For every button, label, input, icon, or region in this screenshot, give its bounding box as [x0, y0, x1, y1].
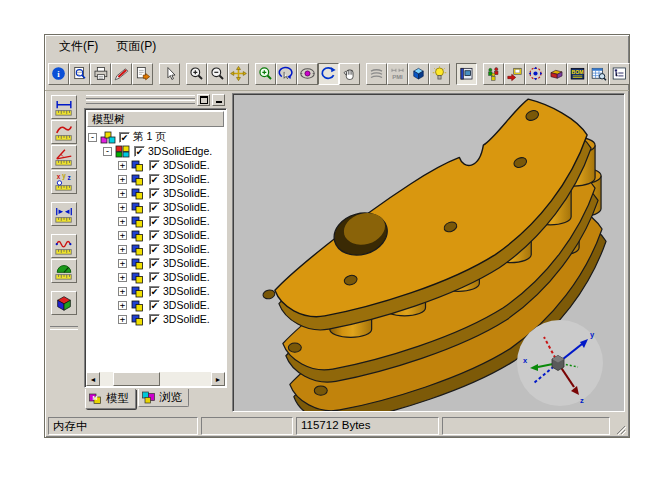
collaboration-button[interactable] — [483, 63, 504, 85]
tree-item-checkbox[interactable]: ✔ — [149, 230, 160, 241]
tree-row[interactable]: + ✔ 3DSolidE. — [88, 256, 225, 270]
zoom-window-button[interactable] — [255, 63, 276, 85]
measure-length-icon — [53, 97, 75, 117]
tree-expander[interactable]: - — [88, 133, 97, 142]
pmi-button[interactable]: PMI — [387, 63, 408, 85]
tree-expander[interactable]: + — [118, 273, 127, 282]
tree-expander[interactable]: + — [118, 203, 127, 212]
tree-row[interactable]: + ✔ 3DSolidE. — [88, 186, 225, 200]
tree-item-checkbox[interactable]: ✔ — [149, 272, 160, 283]
tree-item-checkbox[interactable]: ✔ — [149, 300, 160, 311]
tree-item-checkbox[interactable]: ✔ — [149, 202, 160, 213]
tree-expander[interactable]: + — [118, 175, 127, 184]
menu-file[interactable]: 文件(F) — [55, 36, 102, 57]
tree-item-checkbox[interactable]: ✔ — [149, 258, 160, 269]
resize-grip[interactable] — [613, 417, 626, 435]
tree-row[interactable]: - ✔ 第 1 页 — [88, 130, 225, 144]
structure-tree-button[interactable] — [609, 63, 630, 85]
scroll-track[interactable] — [100, 372, 211, 386]
pan-button[interactable] — [228, 63, 249, 85]
tree-expander[interactable]: + — [118, 245, 127, 254]
scroll-left-arrow[interactable]: ◄ — [86, 372, 100, 386]
scroll-right-arrow[interactable]: ► — [211, 372, 225, 386]
tree-expander[interactable]: - — [103, 147, 112, 156]
notebook-button[interactable] — [456, 63, 477, 85]
tab-browse[interactable]: 浏览 — [138, 389, 189, 407]
tree-expander[interactable]: + — [118, 315, 127, 324]
panel-hide-button[interactable] — [212, 94, 225, 106]
measure-volume-button[interactable] — [51, 291, 77, 315]
pan-hand-button[interactable] — [339, 63, 360, 85]
tree-row[interactable]: + ✔ 3DSolidE. — [88, 242, 225, 256]
print-preview-button[interactable] — [69, 63, 90, 85]
zoom-in-button[interactable] — [186, 63, 207, 85]
tree-expander[interactable]: + — [118, 301, 127, 310]
tree-expander[interactable]: + — [118, 189, 127, 198]
tree-item-checkbox[interactable]: ✔ — [134, 146, 145, 157]
tree-item-checkbox[interactable]: ✔ — [149, 174, 160, 185]
measure-length-button[interactable] — [51, 95, 77, 119]
send-to-screen-button[interactable] — [504, 63, 525, 85]
tree-row[interactable]: + ✔ 3DSolidE. — [88, 214, 225, 228]
tree-item-checkbox[interactable]: ✔ — [119, 132, 130, 143]
measure-distance-button[interactable] — [51, 202, 77, 226]
tree-item-icon — [130, 285, 146, 298]
select-cursor-button[interactable] — [159, 63, 180, 85]
sync-rotate-button[interactable] — [525, 63, 546, 85]
orientation-gizmo[interactable]: x y z — [506, 317, 614, 409]
tree-row[interactable]: + ✔ 3DSolidE. — [88, 158, 225, 172]
zoom-out-button[interactable] — [207, 63, 228, 85]
tree-item-checkbox[interactable]: ✔ — [149, 160, 160, 171]
scroll-thumb[interactable] — [113, 372, 160, 386]
view-cube-button[interactable] — [408, 63, 429, 85]
tree-item-label: 3DSolidE. — [163, 215, 210, 227]
viewport-3d[interactable]: x y z — [232, 93, 625, 412]
tree-item-checkbox[interactable]: ✔ — [149, 244, 160, 255]
tree-item-checkbox[interactable]: ✔ — [149, 286, 160, 297]
svg-text:PMI: PMI — [392, 74, 403, 80]
measure-curve-button[interactable] — [51, 120, 77, 144]
tree-expander[interactable]: + — [118, 217, 127, 226]
measure-angle-button[interactable] — [51, 145, 77, 169]
measure-radius-button[interactable] — [51, 259, 77, 283]
panel-gripper[interactable] — [84, 93, 227, 106]
tree-expander[interactable]: + — [118, 161, 127, 170]
tree-row[interactable]: + ✔ 3DSolidE. — [88, 228, 225, 242]
annotate-pen-button[interactable] — [111, 63, 132, 85]
measure-curve-length-button[interactable] — [51, 234, 77, 258]
tree-item-checkbox[interactable]: ✔ — [149, 188, 160, 199]
tree-item-checkbox[interactable]: ✔ — [149, 216, 160, 227]
rotate-view-button[interactable] — [276, 63, 297, 85]
layers-button[interactable] — [366, 63, 387, 85]
tree-expander[interactable]: + — [118, 259, 127, 268]
panel-float-button[interactable] — [197, 94, 210, 106]
tree-box: 模型树 - ✔ 第 1 页 - ✔ 3DSolidEdge. + ✔ 3DSol… — [84, 108, 227, 388]
bom-table-search-button[interactable] — [588, 63, 609, 85]
export-document-button[interactable] — [132, 63, 153, 85]
explode-button[interactable] — [546, 63, 567, 85]
measure-coordinate-button[interactable]: xyz — [51, 170, 77, 194]
tree-row[interactable]: + ✔ 3DSolidE. — [88, 270, 225, 284]
tree-row[interactable]: - ✔ 3DSolidEdge. — [88, 144, 225, 158]
menu-page[interactable]: 页面(P) — [112, 36, 160, 57]
tree-item-checkbox[interactable]: ✔ — [149, 314, 160, 325]
gripper-lines — [86, 95, 195, 104]
print-button[interactable] — [90, 63, 111, 85]
bom-button[interactable]: BOM — [567, 63, 588, 85]
tree-row[interactable]: + ✔ 3DSolidE. — [88, 298, 225, 312]
info-button[interactable]: i — [48, 63, 69, 85]
tree-body[interactable]: - ✔ 第 1 页 - ✔ 3DSolidEdge. + ✔ 3DSolidE.… — [86, 128, 225, 372]
tree-row[interactable]: + ✔ 3DSolidE. — [88, 312, 225, 326]
tree-expander[interactable]: + — [118, 287, 127, 296]
tree-expander[interactable]: + — [118, 231, 127, 240]
tree-item-label: 3DSolidE. — [163, 201, 210, 213]
tree-row[interactable]: + ✔ 3DSolidE. — [88, 200, 225, 214]
tree-row[interactable]: + ✔ 3DSolidE. — [88, 172, 225, 186]
tree-row[interactable]: + ✔ 3DSolidE. — [88, 284, 225, 298]
measure-distance-icon — [53, 204, 75, 224]
refresh-view-button[interactable] — [318, 63, 339, 85]
orbit-button[interactable] — [297, 63, 318, 85]
horizontal-scrollbar[interactable]: ◄ ► — [86, 372, 225, 386]
light-button[interactable] — [429, 63, 450, 85]
tab-model[interactable]: M 模型 — [85, 389, 136, 409]
